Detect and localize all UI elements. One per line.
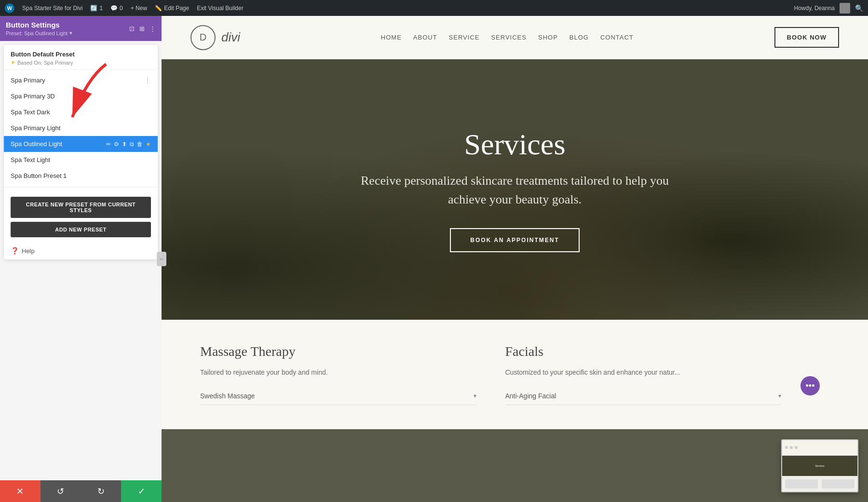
action-buttons: CREATE NEW PRESET FROM CURRENT STYLES AD… <box>4 192 158 242</box>
cancel-icon: ✕ <box>16 486 24 497</box>
service2-item[interactable]: Anti-Aging Facial ▾ <box>505 387 782 405</box>
service1-title: Massage Therapy <box>200 344 476 359</box>
default-preset-subtitle: ★ Based On: Spa Primary <box>11 59 151 66</box>
nav-about[interactable]: ABOUT <box>413 34 437 41</box>
preset-panel: Button Default Preset ★ Based On: Spa Pr… <box>4 45 158 259</box>
preset-item-label-active: Spa Outlined Light <box>11 140 106 148</box>
more-options-icon[interactable]: ⋮ <box>144 76 151 84</box>
redo-button[interactable]: ↻ <box>81 480 122 502</box>
thumb-content-block-2 <box>822 479 854 488</box>
chevron-down-icon: ▾ <box>69 30 72 36</box>
preset-item-label: Spa Primary <box>11 77 144 84</box>
undo-icon: ↺ <box>57 486 64 497</box>
columns-icon[interactable]: ⊡ <box>129 25 135 32</box>
star-preset-icon[interactable]: ★ <box>146 141 151 148</box>
new-label: + New <box>131 5 147 12</box>
create-preset-button[interactable]: CREATE NEW PRESET FROM CURRENT STYLES <box>11 197 151 218</box>
hero-title: Services <box>346 127 684 162</box>
logo-circle: D <box>190 25 216 50</box>
resize-icon: ↔ <box>159 256 164 262</box>
resize-handle[interactable]: ↔ <box>157 252 166 266</box>
search-icon-admin[interactable]: 🔍 <box>855 4 863 12</box>
wordpress-icon[interactable]: W <box>5 3 14 13</box>
user-avatar <box>840 3 850 14</box>
updates-icon: 🔄 <box>90 5 97 12</box>
save-icon: ✓ <box>138 486 145 497</box>
preset-list: Spa Primary ⋮ Spa Primary 3D Spa Text Da… <box>4 70 158 192</box>
settings-preset-icon[interactable]: ⚙ <box>114 141 119 148</box>
edit-preset-icon[interactable]: ✏ <box>106 141 111 148</box>
bottom-toolbar: ✕ ↺ ↻ ✓ <box>0 480 162 502</box>
delete-preset-icon[interactable]: 🗑 <box>137 141 143 148</box>
hero-section: Services Receive personalized skincare t… <box>162 59 868 320</box>
undo-button[interactable]: ↺ <box>41 480 81 502</box>
thumb-hero-strip: Services <box>782 456 857 476</box>
service-col-1: Massage Therapy Tailored to rejuvenate y… <box>200 344 476 405</box>
nav-services[interactable]: SERVICES <box>491 34 527 41</box>
exit-builder-link[interactable]: Exit Visual Builder <box>197 5 244 12</box>
nav-shop[interactable]: SHOP <box>538 34 558 41</box>
thumb-content-block-1 <box>785 479 818 488</box>
website-preview: D divi HOME ABOUT SERVICE SERVICES SHOP … <box>162 16 868 502</box>
save-button[interactable]: ✓ <box>121 480 162 502</box>
services-section: Massage Therapy Tailored to rejuvenate y… <box>162 320 868 429</box>
edit-page-label: Edit Page <box>164 5 189 12</box>
site-name-link[interactable]: Spa Starter Site for Divi <box>22 5 82 12</box>
book-now-button[interactable]: BOOK NOW <box>774 27 839 48</box>
preset-divider <box>4 187 158 187</box>
new-link[interactable]: + New <box>131 5 147 12</box>
grid-icon[interactable]: ⊞ <box>139 25 145 32</box>
header-icons: ⊡ ⊞ ⋮ <box>129 25 156 32</box>
exit-builder-label: Exit Visual Builder <box>197 5 244 12</box>
admin-bar: W Spa Starter Site for Divi 🔄 1 💬 0 + Ne… <box>0 0 868 16</box>
list-item[interactable]: Spa Primary Light <box>4 120 158 136</box>
header-title-group: Button Settings Preset: Spa Outlined Lig… <box>6 21 72 36</box>
service2-desc: Customized to your specific skin and enh… <box>505 367 782 378</box>
upload-preset-icon[interactable]: ⬆ <box>122 141 127 148</box>
comments-link[interactable]: 💬 0 <box>110 5 123 12</box>
list-item[interactable]: Spa Text Light <box>4 152 158 168</box>
service1-item-right: ▾ <box>474 393 476 399</box>
service2-item-label: Anti-Aging Facial <box>505 392 556 400</box>
service1-item[interactable]: Swedish Massage ▾ <box>200 387 476 405</box>
service2-item-right: ▾ <box>778 393 781 399</box>
comments-icon: 💬 <box>110 5 118 12</box>
purple-dots-button[interactable]: ••• <box>800 376 820 395</box>
nav-home[interactable]: HOME <box>381 34 402 41</box>
nav-contact[interactable]: CONTACT <box>600 34 634 41</box>
more-icon[interactable]: ⋮ <box>149 25 156 32</box>
main-layout: Button Settings Preset: Spa Outlined Lig… <box>0 16 868 502</box>
preset-item-label: Spa Button Preset 1 <box>11 172 151 179</box>
list-item-active[interactable]: Spa Outlined Light ✏ ⚙ ⬆ ⧉ 🗑 ★ <box>4 136 158 152</box>
thumb-nav-dot <box>790 446 793 449</box>
site-logo: D divi <box>190 25 240 50</box>
thumb-nav-dot <box>785 446 788 449</box>
preset-item-label: Spa Primary Light <box>11 124 151 132</box>
nav-service[interactable]: SERVICE <box>449 34 480 41</box>
redo-icon: ↻ <box>97 486 105 497</box>
list-item[interactable]: Spa Button Preset 1 <box>4 168 158 184</box>
preset-item-label: Spa Text Light <box>11 156 151 163</box>
site-nav: D divi HOME ABOUT SERVICE SERVICES SHOP … <box>162 16 868 59</box>
list-item[interactable]: Spa Primary 3D <box>4 88 158 104</box>
comments-count: 0 <box>120 5 123 12</box>
list-item[interactable]: Spa Text Dark <box>4 104 158 120</box>
nav-links: HOME ABOUT SERVICE SERVICES SHOP BLOG CO… <box>381 34 634 41</box>
service1-desc: Tailored to rejuvenate your body and min… <box>200 367 476 378</box>
service1-item-label: Swedish Massage <box>200 392 255 400</box>
cancel-button[interactable]: ✕ <box>0 480 41 502</box>
preset-subtitle[interactable]: Preset: Spa Outlined Light ▾ <box>6 30 72 36</box>
add-preset-button[interactable]: ADD NEW PRESET <box>11 222 151 237</box>
edit-page-link[interactable]: ✏️ Edit Page <box>155 5 189 12</box>
updates-link[interactable]: 🔄 1 <box>90 5 103 12</box>
list-item[interactable]: Spa Primary ⋮ <box>4 72 158 88</box>
based-on-text: Based On: Spa Primary <box>17 60 73 66</box>
book-appointment-button[interactable]: BOOK AN APPOINTMENT <box>450 228 579 252</box>
nav-blog[interactable]: BLOG <box>570 34 589 41</box>
default-preset-header: Button Default Preset ★ Based On: Spa Pr… <box>4 45 158 70</box>
copy-preset-icon[interactable]: ⧉ <box>130 141 134 148</box>
help-section[interactable]: ❓ Help <box>4 242 158 259</box>
help-icon: ❓ <box>11 247 19 255</box>
logo-text: divi <box>221 30 240 45</box>
preset-item-label: Spa Text Dark <box>11 109 151 116</box>
